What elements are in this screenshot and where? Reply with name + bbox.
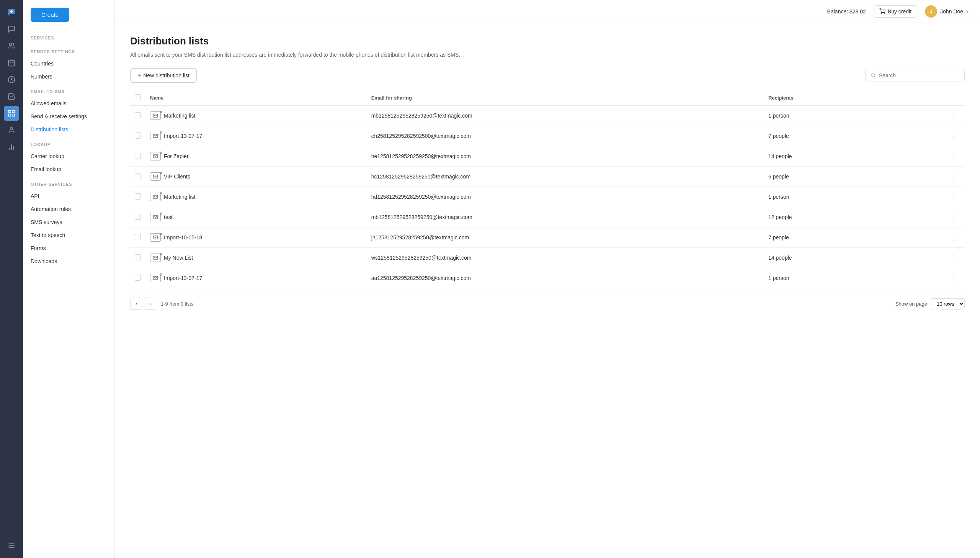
row-email: eh258125295282592500@textmagic.com — [367, 126, 764, 146]
rows-per-page-select[interactable]: 10 rows 25 rows 50 rows — [931, 298, 965, 309]
row-checkbox[interactable] — [135, 275, 141, 281]
row-checkbox-cell — [130, 187, 146, 207]
sidebar-section-sender: SENDER SETTINGS — [23, 43, 115, 57]
row-name-text[interactable]: Import-10-05-18 — [164, 235, 202, 241]
row-checkbox[interactable] — [135, 234, 141, 240]
svg-point-19 — [881, 13, 882, 14]
sidebar-item-forms[interactable]: Forms — [23, 242, 115, 255]
row-more-button[interactable]: ⋮ — [948, 171, 960, 182]
row-email: mb125812529528259250@textmagic.com — [367, 207, 764, 228]
nav-icon-tasks[interactable] — [4, 89, 19, 104]
row-actions-cell: ⋮ — [887, 248, 965, 268]
row-name-text[interactable]: test — [164, 214, 173, 220]
table-row: Import-13-07-17 eh258125295282592500@tex… — [130, 126, 965, 146]
actions-row: + New distribution list — [130, 68, 965, 83]
sidebar-item-email-lookup[interactable]: Email lookup — [23, 163, 115, 176]
distribution-list-icon — [150, 172, 161, 181]
svg-rect-9 — [12, 111, 15, 113]
distribution-list-icon — [150, 254, 161, 262]
row-more-button[interactable]: ⋮ — [948, 212, 960, 223]
table-header-checkbox — [130, 90, 146, 106]
create-button[interactable]: Create — [31, 8, 69, 22]
sidebar-item-text-to-speech[interactable]: Text to speech — [23, 229, 115, 242]
new-distribution-list-button[interactable]: + New distribution list — [130, 68, 197, 83]
row-checkbox-cell — [130, 146, 146, 167]
nav-icon-compose[interactable] — [4, 5, 19, 20]
svg-rect-27 — [153, 195, 158, 199]
sidebar-item-api[interactable]: API — [23, 190, 115, 203]
sidebar-item-sms-surveys[interactable]: SMS surveys — [23, 216, 115, 229]
sidebar-section-other: OTHER SERVICES — [23, 176, 115, 190]
sidebar-item-automation[interactable]: Automation rules — [23, 203, 115, 216]
row-checkbox[interactable] — [135, 173, 141, 179]
sidebar-item-distribution-lists[interactable]: Distribution lists — [23, 123, 115, 136]
show-on-page: Show on page 10 rows 25 rows 50 rows — [895, 298, 965, 309]
table-header-actions — [887, 90, 965, 106]
svg-rect-28 — [153, 216, 158, 219]
sidebar-header: Create — [23, 8, 115, 30]
distribution-list-icon — [150, 132, 161, 140]
user-menu[interactable]: J John Doe ▾ — [925, 5, 969, 18]
nav-icon-contacts[interactable] — [4, 38, 19, 54]
select-all-checkbox[interactable] — [135, 94, 141, 100]
nav-icon-calendar[interactable] — [4, 55, 19, 71]
nav-icon-account[interactable] — [4, 123, 19, 138]
row-name-text[interactable]: VIP Clients — [164, 174, 190, 180]
row-more-button[interactable]: ⋮ — [948, 131, 960, 141]
row-actions-cell: ⋮ — [887, 106, 965, 126]
svg-point-2 — [9, 43, 12, 46]
row-checkbox-cell — [130, 268, 146, 288]
sidebar-item-countries[interactable]: Countries — [23, 57, 115, 70]
row-more-button[interactable]: ⋮ — [948, 110, 960, 121]
row-name-text[interactable]: Import-13-07-17 — [164, 275, 202, 281]
distribution-list-icon — [150, 233, 161, 242]
row-more-button[interactable]: ⋮ — [948, 232, 960, 243]
sidebar-item-send-receive[interactable]: Send & receive settings — [23, 110, 115, 123]
row-name-text[interactable]: Import-13-07-17 — [164, 133, 202, 139]
row-more-button[interactable]: ⋮ — [948, 151, 960, 162]
buy-credit-button[interactable]: Buy credit — [874, 5, 917, 18]
table-header-email: Email for sharing — [367, 90, 764, 106]
row-checkbox[interactable] — [135, 153, 141, 159]
user-name-display: John Doe — [940, 8, 963, 15]
row-checkbox[interactable] — [135, 254, 141, 261]
svg-rect-25 — [153, 155, 158, 158]
row-email: jh125812529528259250@textmagic.com — [367, 228, 764, 248]
search-box — [865, 69, 965, 82]
row-checkbox[interactable] — [135, 194, 141, 200]
sidebar-item-downloads[interactable]: Downloads — [23, 255, 115, 268]
chevron-down-icon: ▾ — [966, 9, 969, 14]
row-more-button[interactable]: ⋮ — [948, 192, 960, 202]
row-recipients: 7 people — [764, 228, 887, 248]
pagination-next[interactable]: › — [144, 297, 156, 310]
row-more-button[interactable]: ⋮ — [948, 273, 960, 283]
row-email: he125812529528259250@textmagic.com — [367, 146, 764, 167]
search-input[interactable] — [879, 72, 959, 79]
row-name-text[interactable]: Marketing list — [164, 194, 195, 200]
row-checkbox[interactable] — [135, 133, 141, 139]
table-row: My New List ws125812529528259250@textmag… — [130, 248, 965, 268]
row-name-text[interactable]: My New List — [164, 255, 193, 261]
table-header-recipients: Recipients — [764, 90, 887, 106]
nav-icon-services[interactable] — [4, 106, 19, 121]
row-recipients: 7 people — [764, 126, 887, 146]
row-checkbox[interactable] — [135, 112, 141, 118]
sidebar-item-numbers[interactable]: Numbers — [23, 70, 115, 83]
new-list-label: New distribution list — [143, 72, 190, 79]
nav-icon-menu[interactable] — [4, 538, 19, 553]
row-email: hd125812529528259250@textmagic.com — [367, 187, 764, 207]
row-more-button[interactable]: ⋮ — [948, 253, 960, 263]
pagination-prev[interactable]: ‹ — [130, 297, 142, 310]
nav-icon-analytics[interactable] — [4, 140, 19, 155]
row-checkbox[interactable] — [135, 214, 141, 220]
row-name-text[interactable]: Marketing list — [164, 113, 195, 119]
sidebar-item-allowed-emails[interactable]: Allowed emails — [23, 97, 115, 110]
row-actions-cell: ⋮ — [887, 207, 965, 228]
nav-icon-history[interactable] — [4, 72, 19, 87]
row-recipients: 12 people — [764, 207, 887, 228]
svg-rect-30 — [153, 256, 158, 259]
balance-display: Balance: $28.02 — [827, 8, 866, 15]
row-name-text[interactable]: For Zapier — [164, 153, 189, 159]
sidebar-item-carrier-lookup[interactable]: Carrier lookup — [23, 150, 115, 163]
nav-icon-messages[interactable] — [4, 21, 19, 37]
